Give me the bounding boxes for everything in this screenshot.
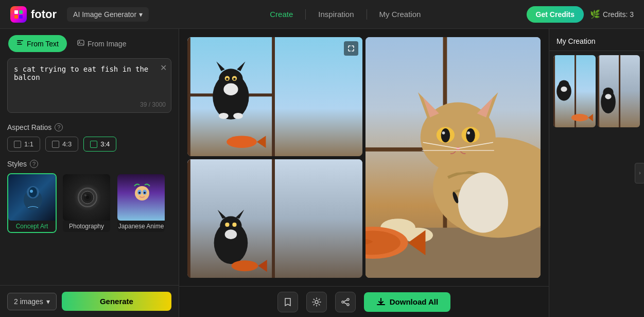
svg-point-84: [347, 298, 349, 301]
get-credits-button[interactable]: Get Credits: [527, 6, 584, 23]
svg-point-17: [84, 194, 86, 196]
svg-line-87: [344, 300, 347, 302]
close-button[interactable]: ✕: [160, 63, 167, 73]
image-box-2: [187, 159, 362, 278]
cat-image-large: [365, 37, 541, 278]
svg-point-38: [227, 136, 257, 147]
bookmark-button[interactable]: [277, 292, 298, 312]
creation-thumb-2[interactable]: [598, 55, 640, 127]
svg-point-36: [219, 113, 229, 119]
images-area: [179, 29, 549, 286]
svg-point-8: [79, 41, 80, 42]
svg-point-35: [223, 83, 238, 95]
svg-rect-42: [272, 159, 275, 278]
svg-point-85: [347, 304, 349, 306]
svg-point-37: [233, 113, 243, 119]
chevron-down-icon: ▾: [139, 10, 143, 19]
style-japanese-anime-label: Japanese Anime: [117, 221, 165, 232]
nav-inspiration[interactable]: Inspiration: [306, 6, 366, 23]
styles-section: Styles ?: [0, 156, 179, 237]
cat-image-1: [187, 37, 362, 156]
svg-point-57: [458, 173, 508, 233]
svg-rect-90: [553, 55, 555, 127]
image-box-large: [365, 37, 541, 278]
svg-rect-1: [19, 10, 23, 14]
styles-help-icon[interactable]: ?: [30, 160, 38, 168]
style-concept-art[interactable]: Concept Art: [7, 173, 57, 233]
tab-from-text[interactable]: From Text: [8, 35, 67, 52]
svg-line-88: [344, 303, 347, 304]
cat-image-2: [187, 159, 362, 278]
ratio-1-1[interactable]: 1:1: [7, 137, 40, 152]
svg-point-48: [232, 222, 236, 226]
main-layout: From Text From Image s cat trying to eat…: [0, 29, 644, 317]
share-button[interactable]: [335, 292, 356, 312]
chevron-down-icon: ▾: [46, 297, 50, 306]
text-icon: [16, 39, 24, 48]
text-area-container: s cat trying to eat fish in the balcon ✕…: [7, 58, 171, 113]
svg-rect-98: [598, 55, 599, 127]
styles-grid: Concept Art: [7, 173, 171, 233]
creation-thumbs: [549, 51, 644, 131]
svg-rect-6: [17, 44, 22, 45]
svg-rect-0: [14, 10, 18, 14]
ai-gen-dropdown[interactable]: AI Image Generator ▾: [67, 7, 149, 22]
style-photography-label: Photography: [63, 221, 110, 232]
svg-point-86: [342, 301, 344, 303]
right-panel-header: My Creation: [549, 29, 644, 51]
leaf-icon: 🌿: [590, 9, 600, 19]
nav-my-creation[interactable]: My Creation: [367, 6, 433, 23]
svg-rect-3: [19, 15, 23, 19]
image-icon: [77, 39, 84, 48]
svg-point-67: [442, 131, 445, 135]
ratio-options: 1:1 4:3 3:4: [7, 137, 171, 152]
svg-rect-99: [619, 55, 620, 127]
credits-display: 🌿 Credits: 3: [590, 9, 634, 19]
logo-text: fotor: [31, 8, 57, 21]
svg-point-12: [30, 190, 33, 193]
style-japanese-anime-img: [117, 174, 166, 221]
aspect-ratio-help-icon[interactable]: ?: [55, 123, 63, 131]
right-panel: My Creation: [549, 29, 644, 317]
creation-thumb-1[interactable]: [553, 55, 596, 127]
style-photography[interactable]: Photography: [62, 173, 111, 233]
settings-button[interactable]: [306, 292, 327, 312]
left-panel: From Text From Image s cat trying to eat…: [0, 29, 179, 317]
style-concept-art-label: Concept Art: [8, 221, 56, 232]
tab-from-image[interactable]: From Image: [69, 35, 134, 52]
svg-point-22: [144, 192, 146, 194]
expand-button-1[interactable]: [344, 41, 358, 56]
svg-point-94: [561, 87, 567, 92]
svg-point-16: [86, 196, 89, 199]
svg-point-18: [135, 186, 149, 201]
style-japanese-anime[interactable]: Japanese Anime: [116, 173, 166, 233]
credits-count: Credits: 3: [603, 10, 634, 19]
svg-point-11: [29, 187, 37, 197]
svg-point-102: [605, 94, 611, 99]
my-creation-title: My Creation: [556, 37, 595, 45]
header: fotor AI Image Generator ▾ Create Inspir…: [0, 0, 644, 29]
ratio-3-4[interactable]: 3:4: [83, 137, 116, 152]
style-photography-img: [63, 174, 111, 221]
nav-create[interactable]: Create: [257, 6, 305, 23]
bottom-bar: 2 images ▾ Generate: [0, 285, 179, 317]
download-all-button[interactable]: Download All: [364, 292, 450, 312]
svg-point-33: [226, 78, 229, 80]
header-nav: Create Inspiration My Creation: [164, 6, 527, 23]
svg-rect-5: [17, 42, 21, 43]
generate-button[interactable]: Generate: [62, 292, 171, 311]
ratio-4-3[interactable]: 4:3: [45, 137, 78, 152]
image-column-right: [365, 37, 541, 278]
ratio-1-1-checkbox: [14, 141, 21, 148]
svg-point-34: [233, 78, 236, 80]
svg-point-95: [571, 114, 588, 121]
char-count: 39 / 3000: [140, 101, 166, 108]
style-concept-art-img: [8, 174, 57, 221]
images-count-select[interactable]: 2 images ▾: [7, 293, 57, 310]
logo: fotor: [10, 6, 57, 23]
right-panel-chevron[interactable]: ›: [635, 163, 644, 183]
svg-point-50: [232, 260, 258, 271]
tabs: From Text From Image: [0, 29, 179, 52]
images-count-label: 2 images: [14, 297, 43, 306]
ratio-4-3-checkbox: [52, 141, 59, 148]
